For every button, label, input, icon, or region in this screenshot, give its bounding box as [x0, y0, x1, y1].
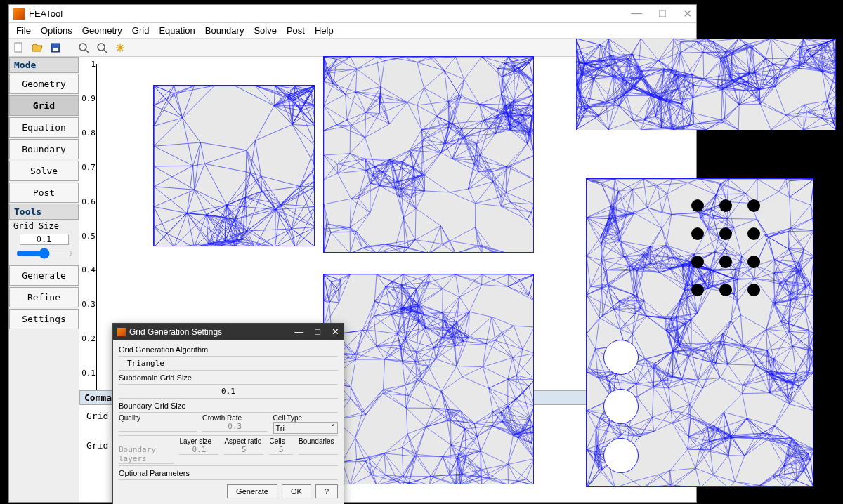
maximize-icon[interactable]: □ [659, 7, 666, 20]
svg-line-4325 [654, 423, 672, 431]
svg-line-3906 [775, 284, 780, 304]
svg-line-4671 [774, 359, 797, 373]
cells-value[interactable]: 5 [269, 445, 293, 455]
svg-line-767 [398, 59, 417, 62]
svg-line-760 [355, 92, 365, 112]
mode-solve[interactable]: Solve [9, 161, 79, 181]
dialog-help-button[interactable]: ? [315, 484, 338, 498]
dialog-maximize-icon[interactable]: □ [315, 326, 320, 337]
titlebar[interactable]: FEATool — □ ✕ [9, 5, 696, 23]
menu-options[interactable]: Options [37, 24, 77, 37]
pan-icon[interactable] [113, 41, 127, 55]
svg-line-1548 [474, 421, 502, 423]
menu-boundary[interactable]: Boundary [201, 24, 249, 37]
mode-post[interactable]: Post [9, 183, 79, 203]
layersize-value[interactable]: 0.1 [179, 445, 218, 455]
subdom-value[interactable]: 0.1 [221, 387, 235, 396]
mode-grid[interactable]: Grid [9, 95, 79, 116]
svg-line-1322 [362, 301, 374, 330]
svg-line-1850 [351, 387, 362, 413]
svg-line-1295 [492, 317, 514, 326]
svg-line-952 [356, 213, 370, 232]
svg-line-1575 [417, 454, 431, 476]
svg-line-810 [425, 191, 450, 192]
gridsize-input[interactable] [20, 234, 69, 245]
menu-solve[interactable]: Solve [249, 24, 281, 37]
svg-line-2242 [752, 46, 773, 64]
new-icon[interactable] [12, 41, 26, 55]
svg-line-969 [462, 104, 479, 128]
settings-button[interactable]: Settings [9, 309, 79, 329]
svg-line-1219 [514, 70, 534, 81]
svg-line-1833 [513, 357, 534, 380]
svg-line-713 [338, 154, 351, 164]
svg-line-921 [424, 140, 441, 152]
minimize-icon[interactable]: — [631, 7, 642, 20]
celltype-select[interactable]: Tri˅ [273, 422, 339, 434]
menu-grid[interactable]: Grid [128, 24, 154, 37]
save-icon[interactable] [48, 41, 63, 55]
svg-line-404 [437, 101, 448, 116]
menu-geometry[interactable]: Geometry [78, 24, 126, 37]
svg-line-4911 [688, 437, 688, 449]
svg-line-37 [193, 166, 195, 190]
close-icon[interactable]: ✕ [683, 7, 692, 20]
dialog-generate-button[interactable]: Generate [227, 484, 277, 498]
algo-value[interactable]: Triangle [119, 359, 164, 368]
svg-line-1016 [389, 102, 407, 124]
dialog-ok-button[interactable]: OK [282, 484, 311, 498]
svg-line-4422 [695, 468, 713, 475]
svg-line-124 [227, 205, 276, 209]
svg-line-1610 [462, 367, 483, 377]
svg-line-261 [313, 126, 315, 173]
svg-line-3152 [658, 39, 673, 60]
svg-line-3030 [608, 105, 619, 130]
svg-line-4207 [729, 179, 746, 194]
mode-boundary[interactable]: Boundary [9, 139, 79, 159]
svg-line-1305 [426, 420, 450, 427]
svg-line-1476 [443, 289, 459, 297]
svg-line-4786 [666, 214, 672, 245]
svg-line-2152 [481, 451, 508, 465]
svg-line-2788 [759, 100, 786, 115]
svg-line-1317 [362, 331, 377, 346]
svg-line-1698 [469, 285, 481, 312]
svg-line-4441 [636, 367, 653, 384]
mode-equation[interactable]: Equation [9, 117, 79, 138]
svg-line-4798 [602, 288, 620, 301]
zoom-in-icon[interactable] [77, 41, 91, 55]
dialog-minimize-icon[interactable]: — [294, 326, 303, 337]
dialog-titlebar[interactable]: Grid Generation Settings — □ ✕ [113, 324, 344, 340]
svg-line-935 [476, 227, 483, 246]
generate-button[interactable]: Generate [9, 265, 79, 286]
svg-line-783 [350, 138, 365, 154]
menu-file[interactable]: File [12, 24, 35, 37]
mesh-square [153, 85, 315, 246]
dialog-close-icon[interactable]: ✕ [332, 326, 339, 337]
svg-line-4744 [714, 271, 733, 279]
growth-value[interactable]: 0.3 [202, 422, 268, 432]
open-icon[interactable] [30, 41, 44, 55]
dialog-logo-icon [117, 328, 126, 336]
svg-line-4773 [662, 214, 672, 228]
svg-line-4298 [788, 324, 813, 333]
svg-line-4781 [669, 380, 698, 387]
refine-button[interactable]: Refine [9, 287, 79, 307]
menu-equation[interactable]: Equation [155, 24, 199, 37]
svg-line-5022 [700, 179, 716, 194]
svg-line-815 [346, 94, 366, 112]
svg-line-1131 [492, 171, 501, 197]
svg-line-3700 [601, 183, 610, 206]
mode-geometry[interactable]: Geometry [9, 74, 79, 94]
gridsize-slider[interactable] [16, 248, 72, 259]
zoom-out-icon[interactable] [95, 41, 109, 55]
app-logo-icon [13, 8, 25, 20]
svg-line-2707 [658, 42, 681, 60]
menu-post[interactable]: Post [282, 24, 309, 37]
aspectratio-value[interactable]: 5 [224, 445, 263, 455]
svg-line-4538 [712, 362, 727, 364]
aspectratio-label: Aspect ratio [224, 437, 263, 445]
menu-help[interactable]: Help [311, 24, 338, 37]
quality-value[interactable] [119, 422, 197, 432]
boundaries-value[interactable] [299, 445, 338, 455]
